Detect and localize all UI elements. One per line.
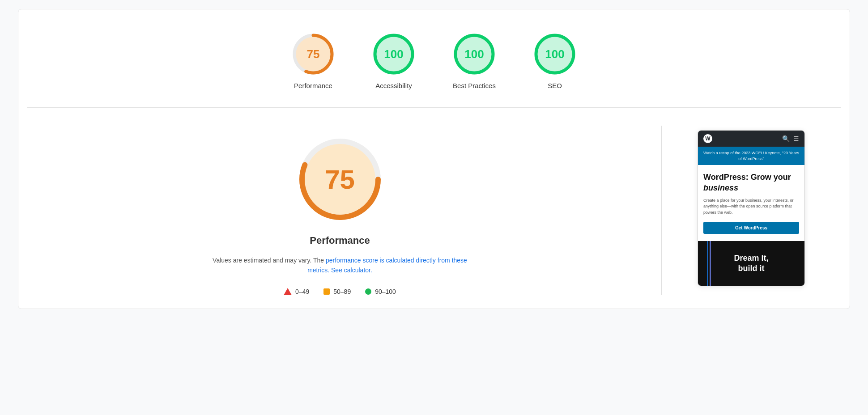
phone-headline: WordPress: Grow your business <box>703 172 799 193</box>
score-circle-accessibility: 100 <box>371 32 416 76</box>
scores-row: 75 Performance 100 Accessibility <box>27 23 841 103</box>
legend-item-mid: 50–89 <box>323 288 351 295</box>
description-static-1: Values are estimated and may vary. The <box>213 257 326 264</box>
phone-cta-button[interactable]: Get WordPress <box>703 222 799 234</box>
large-gauge: 75 <box>295 135 385 224</box>
score-circle-seo: 100 <box>532 32 577 76</box>
phone-nav: W 🔍 ☰ <box>698 131 804 147</box>
score-item-accessibility: 100 Accessibility <box>371 32 416 89</box>
phone-headline-main: WordPress: Grow your <box>703 173 791 182</box>
score-number-seo: 100 <box>545 47 564 61</box>
search-icon: 🔍 <box>782 135 790 142</box>
legend-item-low: 0–49 <box>284 288 309 295</box>
phone-content: WordPress: Grow your business Create a p… <box>698 165 804 241</box>
left-panel: 75 Performance Values are estimated and … <box>54 126 625 295</box>
phone-body: Create a place for your business, your i… <box>703 198 799 216</box>
legend-item-high: 90–100 <box>365 288 396 295</box>
wp-logo: W <box>703 134 712 143</box>
score-number-accessibility: 100 <box>384 47 403 61</box>
score-item-performance: 75 Performance <box>291 32 336 89</box>
score-label-performance: Performance <box>294 82 332 89</box>
right-panel: W 🔍 ☰ Watch a recap of the 2023 WCEU Key… <box>698 130 814 295</box>
legend-range-mid: 50–89 <box>333 288 351 295</box>
main-container: 75 Performance 100 Accessibility <box>18 9 850 309</box>
divider <box>27 107 841 108</box>
legend-triangle-icon <box>284 288 292 295</box>
phone-banner: Watch a recap of the 2023 WCEU Keynote, … <box>698 147 804 165</box>
content-area: 75 Performance Values are estimated and … <box>27 126 841 295</box>
description-text: Values are estimated and may vary. The p… <box>210 255 470 275</box>
score-number-performance: 75 <box>307 47 320 61</box>
legend-range-high: 90–100 <box>375 288 396 295</box>
score-item-seo: 100 SEO <box>532 32 577 89</box>
score-circle-performance: 75 <box>291 32 336 76</box>
menu-icon: ☰ <box>793 135 799 142</box>
score-circle-best-practices: 100 <box>452 32 497 76</box>
phone-mockup: W 🔍 ☰ Watch a recap of the 2023 WCEU Key… <box>698 130 805 286</box>
large-score-title: Performance <box>310 235 370 246</box>
phone-nav-icons: 🔍 ☰ <box>782 135 799 142</box>
see-calculator-link[interactable]: See calculator. <box>331 267 372 274</box>
score-label-seo: SEO <box>548 82 562 89</box>
vertical-divider <box>661 126 662 295</box>
phone-image-text: Dream it,build it <box>734 253 768 274</box>
large-gauge-number: 75 <box>325 164 355 195</box>
score-label-accessibility: Accessibility <box>375 82 412 89</box>
score-number-best-practices: 100 <box>464 47 484 61</box>
phone-image-section: Dream it,build it <box>698 241 804 286</box>
legend-circle-icon <box>365 288 371 295</box>
score-label-best-practices: Best Practices <box>453 82 496 89</box>
phone-headline-italic: business <box>703 183 738 192</box>
legend-square-icon <box>323 288 330 295</box>
legend-row: 0–49 50–89 90–100 <box>284 288 396 295</box>
score-item-best-practices: 100 Best Practices <box>452 32 497 89</box>
legend-range-low: 0–49 <box>295 288 309 295</box>
